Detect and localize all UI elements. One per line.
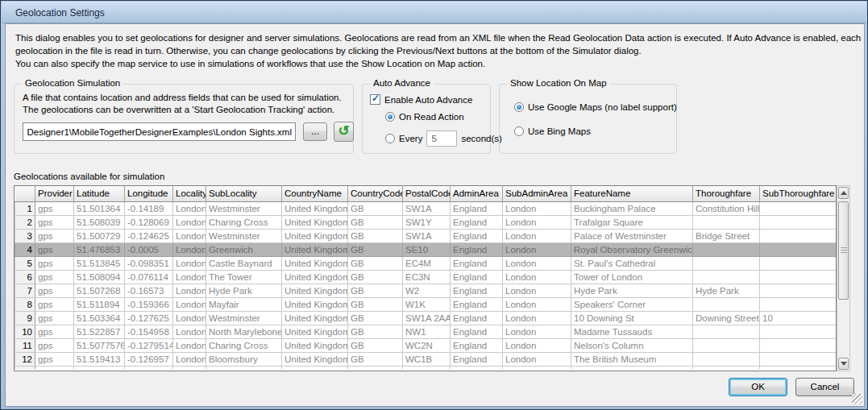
cell[interactable]: GB [348, 201, 403, 215]
cell[interactable]: 51.519413 [74, 352, 125, 366]
cell[interactable]: Westminster [206, 229, 282, 242]
cell[interactable]: England [451, 215, 503, 229]
cell[interactable]: -0.159366 [125, 297, 173, 311]
cell[interactable]: Hyde Park [693, 284, 760, 297]
cell[interactable]: GB [348, 311, 403, 325]
cell[interactable]: W1K [403, 297, 451, 311]
cell[interactable]: -0.0005 [125, 242, 173, 256]
table-row[interactable]: 8gps51.511894-0.159366LondonMayfairUnite… [15, 297, 837, 311]
cell[interactable]: London [503, 242, 571, 256]
cell[interactable] [693, 325, 760, 338]
cell[interactable]: GB [348, 338, 403, 352]
row-number[interactable]: 7 [15, 284, 35, 297]
cell[interactable]: WC1B [403, 352, 451, 366]
cell[interactable]: London [503, 270, 571, 284]
cell[interactable]: 51.500729 [74, 229, 125, 242]
cell[interactable]: Speakers' Corner [571, 297, 693, 311]
cancel-button[interactable]: Cancel [795, 378, 854, 396]
cell[interactable]: The Tower [206, 270, 282, 284]
cell[interactable]: 51.476853 [74, 242, 125, 256]
cell[interactable] [693, 297, 760, 311]
table-row[interactable]: 4gps51.476853-0.0005LondonGreenwichUnite… [15, 242, 837, 256]
cell[interactable]: London [503, 325, 571, 338]
column-header-provider[interactable]: Provider [35, 186, 74, 201]
cell[interactable]: -0.128069 [125, 215, 173, 229]
row-number[interactable]: 6 [15, 270, 35, 284]
cell[interactable]: United Kingdom [282, 256, 348, 270]
cell[interactable]: London [173, 325, 206, 338]
row-number[interactable]: 8 [15, 297, 35, 311]
cell[interactable]: Charing Cross [206, 215, 282, 229]
cell[interactable]: Westminster [206, 201, 282, 215]
cell[interactable]: SW1A 2AA [403, 311, 451, 325]
cell[interactable] [760, 256, 837, 270]
cell[interactable]: -0.126957 [125, 352, 173, 366]
checkbox-box[interactable]: ✓ [370, 94, 380, 105]
cell[interactable]: SW1Y [403, 215, 451, 229]
cell[interactable] [693, 215, 760, 229]
cell[interactable]: 51.511894 [74, 297, 125, 311]
cell[interactable]: 51.508039 [74, 215, 125, 229]
table-row[interactable]: 7gps51.507268-0.16573LondonHyde ParkUnit… [15, 284, 837, 297]
cell[interactable]: gps [35, 270, 74, 284]
cell[interactable]: United Kingdom [282, 338, 348, 352]
column-header-countrycode[interactable]: CountryCode [348, 186, 403, 201]
use-google-maps-radio[interactable]: Use Google Maps (no label support) [514, 102, 677, 112]
cell[interactable]: GB [348, 284, 403, 297]
cell[interactable]: United Kingdom [282, 201, 348, 215]
cell[interactable]: gps [35, 352, 74, 366]
cell[interactable]: United Kingdom [282, 297, 348, 311]
cell[interactable]: London [173, 338, 206, 352]
row-number[interactable]: 4 [15, 242, 35, 256]
cell[interactable]: gps [35, 215, 74, 229]
cell[interactable]: 51.508094 [74, 270, 125, 284]
cell[interactable]: London [503, 256, 571, 270]
reload-button[interactable]: ↺ [334, 122, 354, 142]
cell[interactable]: W2 [403, 284, 451, 297]
vertical-scrollbar[interactable] [837, 185, 850, 371]
cell[interactable]: United Kingdom [282, 311, 348, 325]
column-header-postalcode[interactable]: PostalCode [403, 186, 451, 201]
column-header-latitude[interactable]: Latitude [74, 186, 125, 201]
table-row[interactable]: 6gps51.508094-0.076114LondonThe TowerUni… [15, 270, 837, 284]
ok-button[interactable]: OK [729, 378, 787, 396]
cell[interactable]: gps [35, 229, 74, 242]
cell[interactable]: gps [35, 284, 74, 297]
cell[interactable]: -0.16573 [125, 284, 173, 297]
cell[interactable]: 51.503364 [74, 311, 125, 325]
cell[interactable]: England [451, 311, 503, 325]
cell[interactable]: -0.076114 [125, 270, 173, 284]
cell[interactable]: England [451, 352, 503, 366]
row-number[interactable]: 10 [15, 325, 35, 338]
cell[interactable]: -0.154958 [125, 325, 173, 338]
cell[interactable]: GB [348, 352, 403, 366]
cell[interactable]: GB [348, 270, 403, 284]
cell[interactable]: Bloomsbury [206, 352, 282, 366]
title-bar[interactable]: Geolocation Settings [2, 2, 866, 23]
cell[interactable]: London [173, 352, 206, 366]
cell[interactable]: London [173, 311, 206, 325]
cell[interactable] [760, 284, 837, 297]
cell[interactable]: GB [348, 297, 403, 311]
row-number[interactable]: 5 [15, 256, 35, 270]
row-number[interactable]: 2 [15, 215, 35, 229]
cell[interactable]: England [451, 325, 503, 338]
cell[interactable]: London [503, 297, 571, 311]
cell[interactable]: England [451, 270, 503, 284]
cell[interactable]: Greenwich [206, 242, 282, 256]
cell[interactable]: England [451, 284, 503, 297]
table-row[interactable]: 2gps51.508039-0.128069LondonCharing Cros… [15, 215, 837, 229]
cell[interactable]: England [451, 297, 503, 311]
cell[interactable]: Tower of London [571, 270, 693, 284]
cell[interactable]: SW1A [403, 201, 451, 215]
cell[interactable]: GB [348, 242, 403, 256]
cell[interactable] [760, 201, 837, 215]
cell[interactable]: Trafalgar Square [571, 215, 693, 229]
column-header-featurename[interactable]: FeatureName [571, 186, 693, 201]
cell[interactable] [760, 338, 837, 352]
cell[interactable]: gps [35, 325, 74, 338]
cell[interactable]: 51.5077576 [74, 338, 125, 352]
cell[interactable]: North Marylebone [206, 325, 282, 338]
on-read-action-radio[interactable]: On Read Action [385, 112, 464, 122]
cell[interactable]: GB [348, 229, 403, 242]
